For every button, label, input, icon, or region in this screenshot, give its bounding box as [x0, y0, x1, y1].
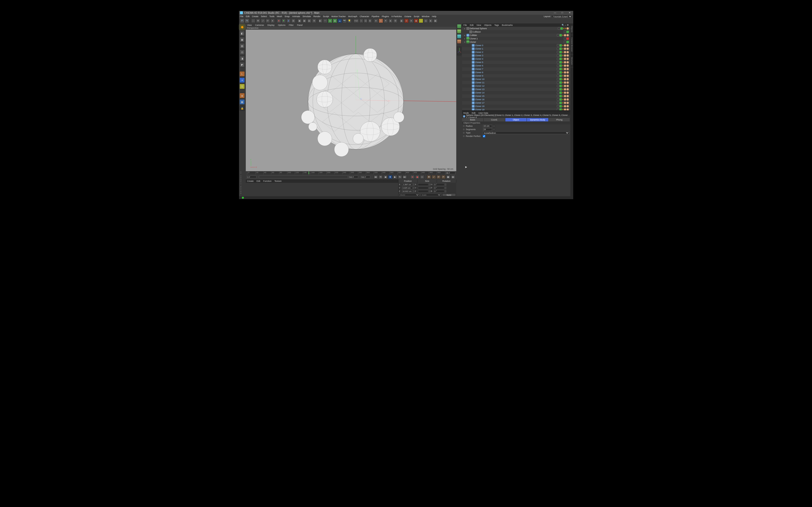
menu-create[interactable]: Create: [252, 15, 259, 18]
apply-button[interactable]: Apply: [442, 193, 456, 196]
rot-key-button[interactable]: ⟳: [437, 175, 441, 179]
record-button[interactable]: ●: [410, 175, 415, 179]
xp-tool-1[interactable]: ●: [374, 18, 378, 23]
pos-x-field[interactable]: [402, 183, 412, 186]
coord-scale-select[interactable]: Scale: [420, 193, 441, 196]
rot-b-field[interactable]: [434, 190, 445, 193]
om-view[interactable]: View: [476, 24, 481, 26]
menu-simulate[interactable]: Simulate: [303, 15, 311, 18]
view-tool-1[interactable]: ◈: [240, 93, 245, 98]
primitive-4[interactable]: [457, 39, 461, 44]
rot-p-field[interactable]: [434, 187, 445, 189]
tree-row[interactable]: Cloner 9: [462, 74, 570, 77]
menu-render[interactable]: Render: [313, 15, 321, 18]
workplane-mode[interactable]: ▤: [240, 43, 245, 49]
param-key-button[interactable]: P: [441, 175, 446, 179]
spline-tool[interactable]: 〰: [323, 18, 327, 23]
menu-octane[interactable]: Octane: [404, 15, 411, 18]
pause-button[interactable]: ⏸: [388, 175, 393, 179]
tree-row[interactable]: Cloner 7: [462, 67, 570, 71]
play-button[interactable]: ▶: [393, 175, 397, 179]
frame-current-field[interactable]: [446, 172, 455, 174]
menu-pipeline[interactable]: Pipeline: [372, 15, 379, 18]
render-perfect-checkbox[interactable]: [483, 135, 485, 137]
menu-character[interactable]: Character: [360, 15, 369, 18]
xp-tool-3[interactable]: ✦: [384, 18, 388, 23]
x-axis-lock[interactable]: X: [277, 18, 281, 23]
xp-tool-5[interactable]: ⚙: [393, 18, 398, 23]
viewport[interactable]: Grid Spacing : 50 cm Y x: [246, 30, 456, 171]
oc-tool-2[interactable]: ⊘: [404, 18, 409, 23]
tree-row[interactable]: ▾ Cloner: [462, 40, 570, 44]
tree-row[interactable]: Cloner 10: [462, 77, 570, 81]
timeline-mode-2[interactable]: ▤: [451, 175, 455, 179]
object-mode[interactable]: ◧: [240, 31, 245, 36]
menu-mesh[interactable]: Mesh: [277, 15, 282, 18]
layout-select[interactable]: Tutorials (User): [552, 15, 572, 18]
om-edit[interactable]: Edit: [470, 24, 474, 26]
vp-view[interactable]: View: [247, 24, 252, 26]
range-slider[interactable]: [259, 176, 348, 178]
tab-dynamics[interactable]: Dynamics Body: [527, 118, 549, 121]
loop-button[interactable]: ⟲: [378, 175, 383, 179]
om-search-icon[interactable]: 🔍: [562, 24, 564, 26]
type-select[interactable]: Icosahedron: [483, 131, 569, 134]
mat-texture[interactable]: Texture: [274, 180, 282, 182]
tree-row[interactable]: Cloner 0: [462, 44, 570, 47]
prev-frame-button[interactable]: ◀: [383, 175, 388, 179]
menu-snap[interactable]: Snap: [285, 15, 290, 18]
mat-function[interactable]: Function: [263, 180, 272, 182]
vp-panel[interactable]: Panel: [297, 24, 303, 26]
keyframe-sel-button[interactable]: ◇: [420, 175, 424, 179]
xp-tool-4[interactable]: ◈: [388, 18, 393, 23]
object-tree[interactable]: ▸ Deformed Sphere Collision ▸ Collider ▸…: [462, 27, 570, 110]
xp-tool-2[interactable]: S: [379, 18, 383, 23]
point-mode[interactable]: ⊡: [240, 50, 245, 55]
tab-phong[interactable]: Phong: [549, 118, 570, 121]
last-tool[interactable]: ●: [270, 18, 275, 23]
texture-mode[interactable]: ▦: [240, 37, 245, 42]
rot-h-field[interactable]: [434, 183, 445, 186]
snap-rot[interactable]: ⊕: [368, 18, 372, 23]
edge-mode[interactable]: ◨: [240, 56, 245, 61]
deformer-tool[interactable]: ◉: [333, 18, 337, 23]
menu-edit[interactable]: Edit: [246, 15, 250, 18]
scale-key-button[interactable]: ⤢: [432, 175, 436, 179]
move-tool[interactable]: ✥: [256, 18, 260, 23]
rtab-objects[interactable]: Objects: [570, 23, 573, 35]
size-z-field[interactable]: [418, 190, 428, 193]
next-frame-button[interactable]: ↻: [398, 175, 402, 179]
timeline[interactable]: 0204060801001201401601802002202402602803…: [246, 171, 456, 175]
autokey-button[interactable]: ◉: [415, 175, 419, 179]
pos-y-field[interactable]: [402, 187, 412, 189]
menu-file[interactable]: File: [240, 15, 244, 18]
menu-help[interactable]: Help: [432, 15, 437, 18]
tab-basic[interactable]: Basic: [462, 118, 484, 121]
rotate-tool[interactable]: ⟳: [266, 18, 270, 23]
tree-row[interactable]: Cloner 2: [462, 50, 570, 54]
pos-z-field[interactable]: [402, 190, 412, 193]
z-axis-lock[interactable]: Z: [286, 18, 291, 23]
y-axis-lock[interactable]: Y: [282, 18, 286, 23]
primitive-2[interactable]: [457, 29, 461, 34]
render-view[interactable]: ▣: [298, 18, 302, 23]
frame-end-field[interactable]: [361, 176, 370, 178]
range-end-field[interactable]: [349, 176, 358, 178]
coord-system-select[interactable]: World: [399, 193, 420, 196]
tree-row[interactable]: Cloner 6: [462, 64, 570, 67]
render-settings[interactable]: ⚙: [312, 18, 316, 23]
render-picture-viewer[interactable]: ▦: [302, 18, 307, 23]
oc-tool-5[interactable]: ⚠: [419, 18, 423, 23]
tree-row[interactable]: Cloner 12: [462, 84, 570, 88]
psr-button[interactable]: PSR: [354, 18, 359, 23]
coord-system[interactable]: ⊞: [291, 18, 296, 23]
rtab-structure[interactable]: Structure: [570, 55, 573, 67]
menu-window[interactable]: Window: [422, 15, 429, 18]
snap-toggle[interactable]: S: [240, 84, 245, 89]
size-x-field[interactable]: [418, 183, 428, 186]
tree-row[interactable]: Cloner 1: [462, 47, 570, 50]
size-y-field[interactable]: [418, 187, 428, 189]
tree-row[interactable]: Cloner 11: [462, 81, 570, 84]
om-home-icon[interactable]: ⌂: [565, 24, 566, 26]
select-tool[interactable]: ⬚: [251, 18, 255, 23]
